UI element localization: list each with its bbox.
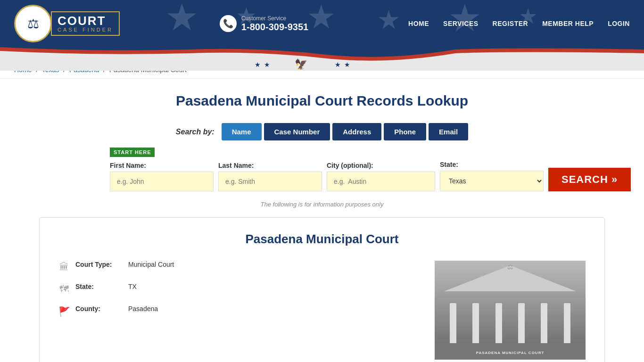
nav-login[interactable]: LOGIN (608, 20, 630, 27)
court-info-box: Pasadena Municipal Court 🏛 Court Type: M… (39, 217, 605, 362)
state-select[interactable]: Texas Alabama Alaska California Florida … (440, 171, 544, 191)
state-value-detail: TX (128, 283, 137, 290)
nav-home[interactable]: HOME (408, 20, 429, 27)
tab-case-number[interactable]: Case Number (264, 123, 330, 140)
state-label-detail: State: (75, 283, 123, 290)
court-info-content: 🏛 Court Type: Municipal Court 🗺 State: T… (58, 261, 586, 360)
last-name-input[interactable] (218, 172, 322, 191)
site-header: ★ ★ ★ ★ ★ ★ ⚖ COURT CASE FINDER 📞 Custom… (0, 0, 644, 47)
county-value: Pasadena (128, 305, 158, 313)
court-type-label: Court Type: (75, 261, 123, 268)
first-name-label: First Name: (110, 162, 214, 169)
cs-label: Customer Service (241, 15, 308, 22)
court-type-value: Municipal Court (128, 261, 174, 268)
building-icon: 🏛 (58, 262, 70, 272)
county-row: 🚩 County: Pasadena (58, 305, 416, 317)
wave-svg: ★ ★ 🦅 ★ ★ (0, 47, 644, 71)
logo-circle: ⚖ (14, 5, 52, 42)
state-group: State: Texas Alabama Alaska California F… (440, 161, 544, 191)
tab-address[interactable]: Address (332, 123, 381, 140)
disclaimer-text: The following is for information purpose… (19, 201, 625, 208)
nav-register[interactable]: REGISTER (493, 20, 528, 27)
county-label: County: (75, 305, 123, 313)
svg-text:🦅: 🦅 (295, 58, 308, 71)
map-icon: 🗺 (58, 284, 70, 295)
nav-services[interactable]: SERVICES (443, 20, 479, 27)
city-group: City (optional): (327, 162, 435, 191)
court-info-title: Pasadena Municipal Court (58, 232, 586, 247)
customer-service: 📞 Customer Service 1-800-309-9351 (220, 15, 308, 33)
svg-text:★: ★ (344, 61, 350, 68)
last-name-label: Last Name: (218, 162, 322, 169)
court-type-row: 🏛 Court Type: Municipal Court (58, 261, 416, 272)
state-row: 🗺 State: TX (58, 283, 416, 295)
main-nav: HOME SERVICES REGISTER MEMBER HELP LOGIN (408, 20, 630, 27)
logo-text: COURT CASE FINDER (51, 11, 120, 36)
tab-name[interactable]: Name (222, 123, 262, 140)
search-section: Search by: Name Case Number Address Phon… (110, 123, 534, 191)
city-input[interactable] (327, 172, 435, 191)
svg-text:★: ★ (255, 61, 261, 68)
logo-case-finder-text: CASE FINDER (58, 27, 113, 33)
nav-member-help[interactable]: MEMBER HELP (542, 20, 594, 27)
search-button[interactable]: SEARCH » (548, 168, 631, 191)
state-label: State: (440, 161, 544, 168)
search-by-row: Search by: Name Case Number Address Phon… (110, 123, 534, 140)
logo-area[interactable]: ⚖ COURT CASE FINDER (14, 5, 120, 42)
svg-text:★: ★ (335, 61, 341, 68)
last-name-group: Last Name: (218, 162, 322, 191)
tab-email[interactable]: Email (429, 123, 468, 140)
phone-icon: 📞 (220, 15, 237, 32)
svg-text:★: ★ (264, 61, 270, 68)
page-title: Pasadena Municipal Court Records Lookup (19, 93, 625, 109)
tab-phone[interactable]: Phone (384, 123, 426, 140)
cs-phone: 1-800-309-9351 (241, 22, 308, 33)
court-building-graphic: PASADENA MUNICIPAL COURT ⚖ (435, 261, 586, 360)
first-name-group: First Name: (110, 162, 214, 191)
scales-icon: ⚖ (27, 16, 39, 32)
first-name-input[interactable] (110, 172, 214, 191)
court-details: 🏛 Court Type: Municipal Court 🗺 State: T… (58, 261, 416, 360)
logo-court-text: COURT (58, 15, 113, 27)
city-label: City (optional): (327, 162, 435, 169)
search-by-label: Search by: (176, 128, 215, 136)
flag-icon: 🚩 (58, 306, 70, 317)
main-content: Pasadena Municipal Court Records Lookup … (0, 79, 644, 362)
court-image: PASADENA MUNICIPAL COURT ⚖ (435, 261, 586, 360)
start-here-badge: START HERE (110, 148, 155, 157)
eagle-banner: ★ ★ 🦅 ★ ★ (0, 47, 644, 61)
search-form: First Name: Last Name: City (optional): … (110, 161, 534, 191)
